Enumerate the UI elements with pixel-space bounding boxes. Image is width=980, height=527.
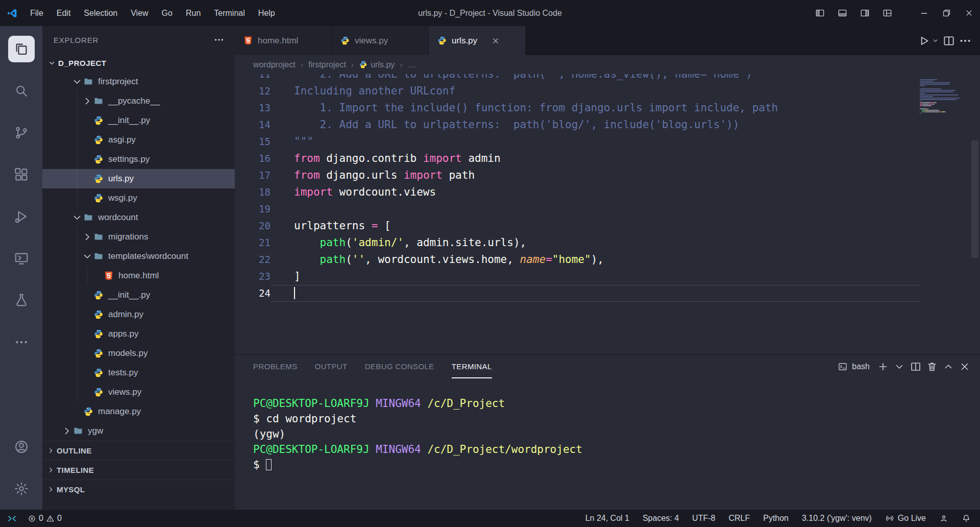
code-line-17[interactable]: 17from django.urls import path <box>235 167 920 184</box>
close-button[interactable] <box>958 0 980 26</box>
code-line-15[interactable]: 15""" <box>235 133 920 150</box>
tree-item-settings-py[interactable]: settings.py <box>42 150 235 169</box>
panel-tab-terminal[interactable]: TERMINAL <box>452 355 492 378</box>
panel-tab-problems[interactable]: PROBLEMS <box>253 355 298 378</box>
code-viewport[interactable]: 11 2. Add a URL to urlpatterns: path('',… <box>235 74 920 354</box>
more-editor-actions-button[interactable] <box>959 34 972 47</box>
tree-item-apps-py[interactable]: apps.py <box>42 324 235 344</box>
activity-search[interactable] <box>0 70 42 112</box>
tab-views-py[interactable]: views.py <box>332 26 429 55</box>
tree-item-admin-py[interactable]: admin.py <box>42 305 235 324</box>
tree-item-manage-py[interactable]: manage.py <box>42 402 235 421</box>
panel-tab-debug-console[interactable]: DEBUG CONSOLE <box>365 355 434 378</box>
encoding[interactable]: UTF-8 <box>692 514 715 523</box>
code-line-23[interactable]: 23] <box>235 268 920 285</box>
go-live[interactable]: Go Live <box>885 514 926 523</box>
minimap[interactable] <box>920 74 970 354</box>
minimize-button[interactable] <box>913 0 935 26</box>
maximize-panel-button[interactable] <box>942 361 954 373</box>
tree-item-migrations[interactable]: migrations <box>42 227 235 247</box>
activity-run-and-debug[interactable] <box>0 196 42 237</box>
feedback[interactable] <box>939 514 948 523</box>
activity-extensions[interactable] <box>0 154 42 196</box>
tree-item-home-html[interactable]: home.html <box>42 266 235 285</box>
tree-item-firstproject[interactable]: firstproject <box>42 72 235 91</box>
customize-layout-button[interactable] <box>876 0 898 26</box>
language-mode[interactable]: Python <box>763 514 789 523</box>
python-interpreter[interactable]: 3.10.2 ('ygw': venv) <box>802 514 872 523</box>
cursor-position[interactable]: Ln 24, Col 1 <box>585 514 629 523</box>
menu-go[interactable]: Go <box>155 0 179 26</box>
breadcrumb-item[interactable]: wordproject <box>253 60 296 69</box>
launch-profile-button[interactable] <box>893 361 905 373</box>
toggle-sidebar-button[interactable] <box>808 0 831 26</box>
terminal-output[interactable]: PC@DESKTOP-LOARF9J MINGW64 /c/D_Project$… <box>235 378 980 510</box>
menu-run[interactable]: Run <box>179 0 207 26</box>
tree-item-wordcount[interactable]: wordcount <box>42 208 235 227</box>
activity-remote-explorer[interactable] <box>0 237 42 279</box>
menu-selection[interactable]: Selection <box>77 0 124 26</box>
tree-item-ygw[interactable]: ygw <box>42 421 235 441</box>
editor[interactable]: 11 2. Add a URL to urlpatterns: path('',… <box>235 74 980 354</box>
editor-scrollbar[interactable] <box>970 74 980 354</box>
notifications[interactable] <box>962 514 971 523</box>
menu-edit[interactable]: Edit <box>50 0 78 26</box>
problems-status[interactable]: 0 0 <box>23 514 66 523</box>
menu-help[interactable]: Help <box>252 0 282 26</box>
close-tab-button[interactable] <box>491 36 500 45</box>
section-timeline[interactable]: TIMELINE <box>42 460 235 480</box>
menu-file[interactable]: File <box>23 0 50 26</box>
code-line-22[interactable]: 22 path('', wordcount.views.home, name="… <box>235 251 920 268</box>
sidebar-more-actions-icon[interactable] <box>213 34 225 45</box>
run-dropdown-icon[interactable] <box>932 37 939 44</box>
code-line-12[interactable]: 12Including another URLconf <box>235 83 920 100</box>
split-terminal-button[interactable] <box>910 361 922 373</box>
tree-item--init-py[interactable]: __init__.py <box>42 285 235 305</box>
code-line-19[interactable]: 19 <box>235 201 920 218</box>
tree-item-tests-py[interactable]: tests.py <box>42 363 235 382</box>
split-editor-button[interactable] <box>942 34 955 47</box>
breadcrumb-item[interactable]: … <box>408 60 416 69</box>
code-line-14[interactable]: 14 2. Add a URL to urlpatterns: path('bl… <box>235 116 920 133</box>
code-line-11[interactable]: 11 2. Add a URL to urlpatterns: path('',… <box>235 74 920 83</box>
shell-selector[interactable]: bash <box>838 362 870 372</box>
activity-source-control[interactable] <box>0 112 42 154</box>
activity-more-views[interactable] <box>0 321 42 363</box>
eol[interactable]: CRLF <box>728 514 750 523</box>
tree-item-urls-py[interactable]: urls.py <box>42 169 235 188</box>
tab-urls-py[interactable]: urls.py <box>429 26 526 55</box>
section-outline[interactable]: OUTLINE <box>42 441 235 460</box>
code-line-13[interactable]: 13 1. Import the include() function: fro… <box>235 100 920 116</box>
tree-item-wsgi-py[interactable]: wsgi.py <box>42 188 235 208</box>
tree-item-asgi-py[interactable]: asgi.py <box>42 130 235 150</box>
close-panel-button[interactable] <box>959 361 971 373</box>
section-mysql[interactable]: MYSQL <box>42 480 235 499</box>
menu-terminal[interactable]: Terminal <box>207 0 251 26</box>
code-line-21[interactable]: 21 path('admin/', admin.site.urls), <box>235 234 920 251</box>
code-line-16[interactable]: 16from django.contrib import admin <box>235 150 920 167</box>
activity-settings[interactable] <box>0 468 42 510</box>
project-root-row[interactable]: D_PROJECT <box>42 54 235 72</box>
activity-explorer[interactable] <box>0 28 42 70</box>
tree-item-views-py[interactable]: views.py <box>42 382 235 402</box>
breadcrumb-item[interactable]: firstproject <box>308 60 346 69</box>
code-line-18[interactable]: 18import wordcount.views <box>235 184 920 201</box>
breadcrumb-item[interactable]: urls.py <box>359 60 395 69</box>
indentation[interactable]: Spaces: 4 <box>643 514 679 523</box>
run-python-file-button[interactable] <box>917 34 930 47</box>
tree-item--init-py[interactable]: __init__.py <box>42 111 235 130</box>
scrollbar-thumb[interactable] <box>971 140 978 258</box>
code-line-20[interactable]: 20urlpatterns = [ <box>235 218 920 234</box>
toggle-secondary-sidebar-button[interactable] <box>853 0 876 26</box>
menu-view[interactable]: View <box>124 0 155 26</box>
toggle-panel-button[interactable] <box>831 0 853 26</box>
tree-item-templates-wordcount[interactable]: templates\wordcount <box>42 247 235 266</box>
remote-indicator[interactable] <box>0 510 23 527</box>
tree-item-models-py[interactable]: models.py <box>42 344 235 363</box>
kill-terminal-button[interactable] <box>926 361 938 373</box>
code-line-24[interactable]: 24 <box>235 285 920 302</box>
restore-button[interactable] <box>935 0 958 26</box>
tree-item--pycache-[interactable]: __pycache__ <box>42 91 235 111</box>
activity-account[interactable] <box>0 426 42 468</box>
activity-testing[interactable] <box>0 279 42 321</box>
